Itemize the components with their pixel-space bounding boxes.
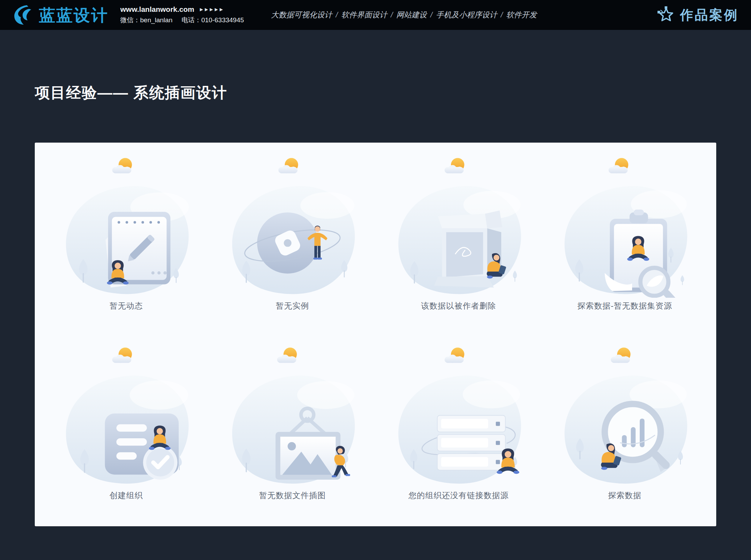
main-nav: 大数据可视化设计/软件界面设计/网站建设/手机及小程序设计/软件开发 [271, 10, 537, 20]
tile-caption: 暂无数据文件插图 [259, 490, 326, 501]
illustration [550, 338, 700, 487]
illustration-notepad-pencil [51, 148, 201, 298]
nav-separator: / [501, 10, 503, 19]
nav-item[interactable]: 软件界面设计 [341, 10, 387, 20]
tile-caption: 暂无动态 [110, 301, 143, 311]
tile-caption: 探索数据 [608, 490, 641, 501]
pen-tool-star-icon [657, 6, 675, 24]
illustration-tile: 您的组织还没有链接数据源 [376, 335, 542, 525]
illustration-tile: 暂无动态 [43, 145, 209, 335]
tile-caption: 您的组织还没有链接数据源 [409, 490, 509, 501]
forward-arrows: ▶▶▶▶▶ [200, 7, 225, 12]
lanlan-logo-icon [13, 4, 34, 26]
phone-text: 电话：010-63334945 [181, 16, 244, 25]
tile-caption: 该数据以被作者删除 [421, 301, 496, 311]
logo-text: 蓝蓝设计 [39, 7, 108, 23]
illustration [51, 338, 201, 487]
illustration-clipboard-magnifier [550, 148, 700, 298]
illustration-tile: 探索数据-暂无数据集资源 [542, 145, 708, 335]
website-text: www.lanlanwork.com [120, 5, 194, 14]
portfolio-button[interactable]: 作品案例 [657, 6, 738, 24]
nav-separator: / [391, 10, 393, 19]
illustration [218, 148, 367, 298]
tile-caption: 暂无实例 [276, 301, 309, 311]
site-header: 蓝蓝设计 www.lanlanwork.com ▶▶▶▶▶ 微信：ben_lan… [0, 0, 751, 30]
illustration-tile: 暂无实例 [209, 145, 376, 335]
illustration-tile: 创建组织 [43, 335, 209, 525]
wechat-text: 微信：ben_lanlan [120, 16, 172, 25]
illustration-magnifier-bar-chart [550, 338, 700, 487]
illustration-tile: 该数据以被作者删除 [376, 145, 542, 335]
tile-grid: 暂无动态 暂无实例 该数据以被作者删除 [35, 143, 716, 526]
tile-caption: 创建组织 [110, 490, 143, 501]
illustration [384, 148, 533, 298]
nav-item[interactable]: 软件开发 [506, 10, 537, 20]
contact-info: www.lanlanwork.com ▶▶▶▶▶ 微信：ben_lanlan 电… [120, 5, 244, 25]
illustration-compass-disc [218, 148, 367, 298]
page-title: 项目经验—— 系统插画设计 [35, 83, 227, 103]
nav-item[interactable]: 手机及小程序设计 [436, 10, 497, 20]
illustration-server-stack [384, 338, 533, 487]
illustration-tile: 暂无数据文件插图 [209, 335, 376, 525]
illustration [51, 148, 201, 298]
nav-item[interactable]: 网站建设 [396, 10, 427, 20]
illustration-card: 暂无动态 暂无实例 该数据以被作者删除 [35, 143, 716, 526]
illustration-empty-open-box [384, 148, 533, 298]
nav-separator: / [336, 10, 338, 19]
illustration-tile: 探索数据 [542, 335, 708, 525]
illustration [384, 338, 533, 487]
tile-caption: 探索数据-暂无数据集资源 [578, 301, 672, 311]
illustration [550, 148, 700, 298]
logo: 蓝蓝设计 [13, 4, 108, 26]
portfolio-label: 作品案例 [680, 6, 738, 24]
nav-item[interactable]: 大数据可视化设计 [271, 10, 332, 20]
illustration-card-checklist-badge [51, 338, 201, 487]
nav-separator: / [430, 10, 433, 19]
illustration-picture-frame [218, 338, 367, 487]
illustration [218, 338, 367, 487]
